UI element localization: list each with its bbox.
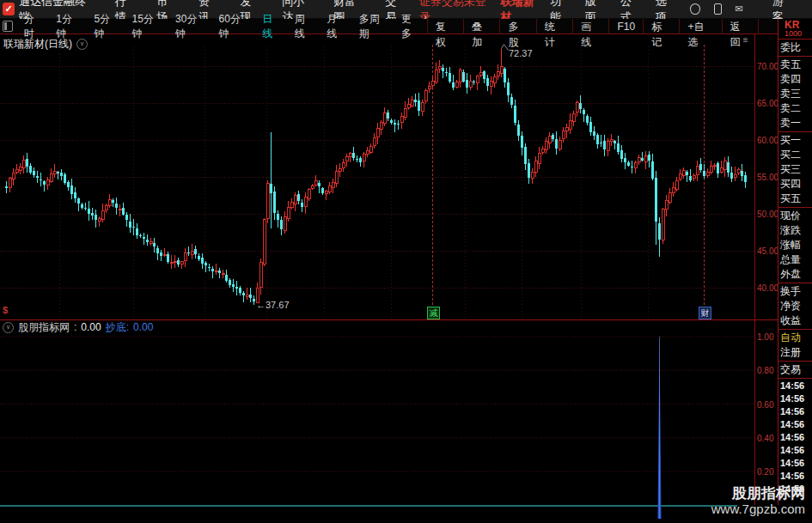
quote-row-交易[interactable]: 交易	[778, 362, 812, 377]
watermark-url: www.7gpzb.com	[711, 502, 805, 517]
tool-button-5[interactable]: 画线	[572, 19, 608, 34]
quote-row-卖四: 卖四	[778, 72, 812, 87]
mail-icon[interactable]: ✉	[736, 3, 743, 15]
tick-time: 14:56	[778, 470, 812, 483]
quote-row-净资: 净资	[778, 299, 812, 313]
quote-row-买二: 买二	[778, 148, 812, 162]
quote-row-总量: 总量	[778, 252, 812, 267]
period-toolbar: 分时1分钟5分钟15分钟30分钟60分钟日线周线月线多周期更多› 复权叠加多股统…	[0, 19, 812, 34]
chart-right-border	[754, 34, 755, 505]
quote-row-注册[interactable]: 注册	[778, 345, 812, 360]
app-logo-icon: ✓	[3, 3, 15, 15]
price-tick-label: 60.00	[757, 136, 779, 145]
money-flag-icon[interactable]: $	[3, 305, 8, 315]
quote-row-收益: 收益	[778, 313, 812, 328]
price-tick-label: 55.00	[757, 173, 779, 182]
page-title: 联瑞新材(日线)	[3, 37, 72, 52]
indicator-panel-chart[interactable]	[0, 320, 754, 519]
quote-row-换手: 换手	[778, 284, 812, 299]
price-tick-label: 65.00	[757, 99, 779, 108]
axis-divider	[0, 505, 737, 507]
chevron-down-icon[interactable]: ∨	[76, 39, 88, 50]
quote-row-现价: 现价	[778, 209, 812, 223]
indicator-tick-label: 0.40	[757, 434, 779, 443]
tool-button-7[interactable]: 标记	[643, 19, 679, 34]
series2-value: 0.00	[133, 321, 153, 333]
quote-row-自动[interactable]: 自动	[778, 331, 812, 345]
quote-row-卖二: 卖二	[778, 101, 812, 116]
sidebar-toggle-icon[interactable]	[3, 21, 13, 32]
price-tick-label: 45.00	[757, 246, 779, 256]
indicator-colon: :	[74, 321, 76, 333]
quote-panel: KR 1000 委比卖五卖四卖三卖二卖一买一买二买三买四买五现价涨跌涨幅总量外盘…	[778, 19, 812, 505]
price-tick-label: 70.00	[757, 62, 779, 71]
tool-button-8[interactable]: +自选	[679, 19, 721, 34]
tick-time: 14:56	[778, 431, 812, 444]
quote-separator	[778, 131, 812, 132]
tool-button-6[interactable]: F10	[608, 19, 643, 34]
tick-time: 14:56	[778, 444, 812, 457]
event-badge-减[interactable]: 减	[427, 307, 440, 319]
tool-button-9[interactable]: 返回	[722, 19, 759, 34]
event-badge-财[interactable]: 财	[699, 307, 711, 319]
mobile-icon[interactable]	[714, 3, 722, 15]
chart-title-row: 联瑞新材(日线) ∨	[3, 37, 88, 52]
low-annotation: ←37.67	[256, 300, 290, 310]
quote-separator	[778, 361, 812, 362]
quote-separator	[778, 56, 812, 57]
quote-separator	[778, 283, 812, 283]
quote-row-卖一: 卖一	[778, 116, 812, 131]
quote-separator	[778, 39, 812, 40]
quote-rows: 委比卖五卖四卖三卖二卖一买一买二买三买四买五现价涨跌涨幅总量外盘换手净资收益自动…	[778, 39, 812, 379]
quote-row-委比: 委比	[778, 40, 812, 55]
indicator-tick-label: 0.20	[757, 467, 779, 477]
tick-time: 14:56	[778, 380, 812, 392]
tick-time: 14:56	[778, 457, 812, 470]
quote-separator	[778, 207, 812, 208]
tick-time: 14:56	[778, 418, 812, 431]
list-icon[interactable]: ≡	[743, 35, 748, 45]
quote-separator	[778, 329, 812, 330]
tdx-terminal-window: ✓ 通达信金融终端 行情市场资讯发现问小达财富圈交易 证券交易未登录 联瑞新材 …	[0, 0, 812, 523]
diamond-icon[interactable]: ◇	[730, 35, 737, 45]
quote-row-卖五: 卖五	[778, 58, 812, 72]
quote-code-sub: 1000	[778, 30, 812, 38]
series2-label: 抄底:	[106, 320, 129, 335]
chart-corner-icons: ◇≡	[730, 35, 748, 45]
quote-row-涨跌: 涨跌	[778, 223, 812, 238]
indicator-tick-label: 1.00	[757, 332, 779, 342]
indicator-value: 0.00	[81, 321, 101, 333]
tick-times: 14:5614:5614:5614:5614:5614:5614:5614:56…	[778, 380, 812, 496]
high-annotation: 72.37	[509, 48, 533, 58]
tool-button-1[interactable]: 复权	[427, 19, 463, 34]
service-icon[interactable]	[690, 3, 700, 15]
price-tick-label: 50.00	[757, 210, 779, 219]
chart-tools: 复权叠加多股统计画线F10标记+自选返回	[427, 19, 759, 34]
time-axis: 2024年7891011121234	[0, 505, 812, 523]
indicator-header: ∨ 股朋指标网 : 0.00 抄底: 0.00	[3, 321, 153, 333]
quote-row-买三: 买三	[778, 162, 812, 177]
indicator-tick-label: 0.80	[757, 366, 779, 375]
tool-button-2[interactable]: 叠加	[463, 19, 499, 34]
quote-row-买四: 买四	[778, 177, 812, 192]
quote-row-涨幅: 涨幅	[778, 238, 812, 252]
tool-button-4[interactable]: 统计	[536, 19, 572, 34]
collapse-icon[interactable]: ∨	[3, 322, 14, 333]
indicator-tick-label: 0.60	[757, 400, 779, 410]
watermark: 股朋指标网 www.7gpzb.com	[711, 485, 805, 517]
tick-time: 14:56	[778, 392, 812, 405]
watermark-title: 股朋指标网	[711, 485, 805, 502]
quote-row-买五: 买五	[778, 192, 812, 206]
tick-time: 14:56	[778, 405, 812, 418]
indicator-name[interactable]: 股朋指标网	[18, 320, 70, 335]
quote-separator	[778, 378, 812, 379]
quote-row-买一: 买一	[778, 133, 812, 148]
tool-button-3[interactable]: 多股	[499, 19, 535, 34]
quote-row-外盘: 外盘	[778, 267, 812, 282]
main-candlestick-chart[interactable]	[0, 34, 754, 319]
quote-row-卖三: 卖三	[778, 87, 812, 101]
price-tick-label: 40.00	[757, 283, 779, 293]
